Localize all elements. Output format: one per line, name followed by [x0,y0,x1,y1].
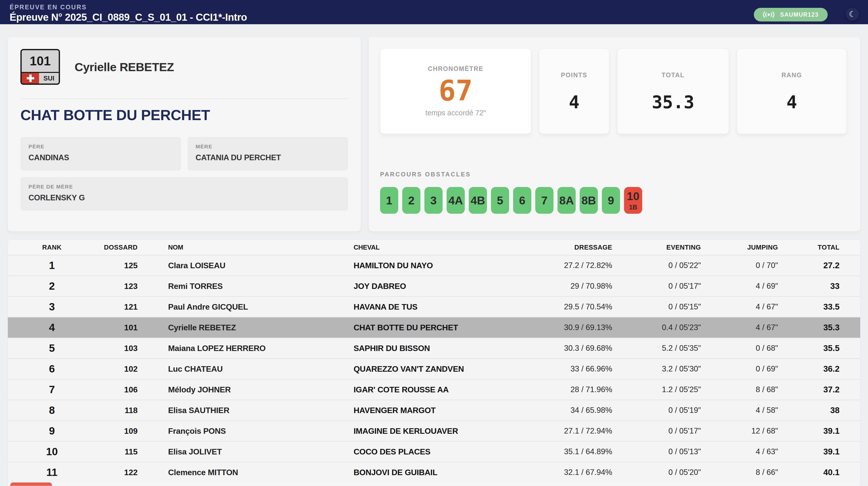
cell-dressage: 32.1 / 67.94% [522,468,612,477]
cell-dressage: 29 / 70.98% [522,282,612,291]
chronometer-card: CHRONOMÈTRE 67 temps accordé 72" [380,48,531,134]
cell-dressage: 29.5 / 70.54% [522,302,612,311]
divider [21,98,348,99]
obstacle-number: 3 [430,195,436,206]
cell-total: 27.2 [778,261,839,270]
cell-nom: Cyrielle REBETEZ [137,323,353,332]
cell-rank: 1 [8,259,96,271]
obstacle-chip-2[interactable]: 2 [402,187,421,214]
cell-jumping: 4 / 69" [701,282,778,291]
cell-cheval: COCO DES PLACES [353,447,522,456]
top-header-bar: ÉPREUVE EN COURS Épreuve N° 2025_CI_0889… [0,0,868,24]
cell-nom: Paul Andre GICQUEL [137,302,353,312]
sire-value: CANDINAS [29,153,173,162]
live-badge-label: SAUMUR123 [780,11,818,18]
cell-dossard: 121 [96,302,137,312]
time-allowed-label: temps accordé 72" [426,109,486,117]
bib-number-plate: 101 SUI [21,49,60,85]
cell-rank: 6 [8,363,96,375]
cell-nom: Clemence MITTON [137,468,353,477]
live-session-badge[interactable]: SAUMUR123 [754,8,828,22]
live-scoring-card: CHRONOMÈTRE 67 temps accordé 72" POINTS … [369,36,861,231]
cell-eventing: 3.2 / 05'30" [612,364,701,373]
col-header-dossard: DOSSARD [96,244,137,251]
cell-jumping: 4 / 67" [701,323,778,332]
table-row[interactable]: 6 102 Luc CHATEAU QUAREZZO VAN'T ZANDVEN… [8,358,860,379]
table-row[interactable]: 1 125 Clara LOISEAU HAMILTON DU NAYO 27.… [8,255,860,276]
cell-eventing: 5.2 / 05'35" [612,344,701,353]
cell-rank: 4 [8,321,96,334]
cell-total: 40.1 [778,467,839,477]
chronometer-label: CHRONOMÈTRE [428,65,484,73]
cell-jumping: 4 / 63" [701,447,778,456]
obstacle-chip-1[interactable]: 1 [380,187,398,214]
table-row[interactable]: 2 123 Remi TORRES JOY DABREO 29 / 70.98%… [8,276,860,296]
cell-dressage: 30.9 / 69.13% [522,323,612,332]
table-body: 1 125 Clara LOISEAU HAMILTON DU NAYO 27.… [8,255,860,483]
cell-cheval: HAMILTON DU NAYO [353,261,522,270]
table-row[interactable]: 8 118 Elisa SAUTHIER HAVENGER MARGOT 34 … [8,400,860,420]
obstacles-row: 1234A4B5678A8B9101B [380,187,849,214]
cell-jumping: 0 / 68" [701,344,778,353]
cell-jumping: 8 / 66" [701,468,778,477]
obstacle-chip-4a[interactable]: 4A [446,187,465,214]
damsire-label: PÈRE DE MÈRE [29,184,340,190]
nation-code: SUI [39,73,59,84]
sire-box: PÈRE CANDINAS [21,137,181,171]
swiss-flag-icon [22,73,39,84]
cell-dressage: 27.1 / 72.94% [522,426,612,435]
obstacle-chip-5[interactable]: 5 [491,187,509,214]
cell-total: 37.2 [778,385,839,394]
dam-label: MÈRE [195,144,340,150]
table-row[interactable]: 7 106 Mélody JOHNER IGAR' COTE ROUSSE AA… [8,379,860,400]
table-row[interactable]: 3 121 Paul Andre GICQUEL HAVANA DE TUS 2… [8,296,860,317]
cell-eventing: 0 / 05'19" [612,406,701,415]
obstacle-number: 9 [608,195,614,206]
cell-eventing: 0.4 / 05'23" [612,323,701,332]
table-row[interactable]: 9 109 François PONS IMAGINE DE KERLOUAVE… [8,420,860,441]
cell-eventing: 0 / 05'17" [612,282,701,291]
cell-dossard: 122 [96,468,137,477]
cell-nom: Clara LOISEAU [137,261,353,270]
obstacle-number: 4B [470,195,485,206]
cell-total: 36.2 [778,364,839,374]
table-row[interactable]: 11 122 Clemence MITTON BONJOVI DE GUIBAI… [8,462,860,483]
cell-cheval: BONJOVI DE GUIBAIL [353,468,522,477]
cell-nom: Elisa JOLIVET [137,447,353,456]
cell-nom: Elisa SAUTHIER [137,406,353,415]
cell-nom: Maiana LOPEZ HERRERO [137,344,353,353]
obstacle-number: 1 [386,195,392,206]
table-row[interactable]: 10 115 Elisa JOLIVET COCO DES PLACES 35.… [8,441,860,462]
obstacle-chip-4b[interactable]: 4B [469,187,487,214]
obstacle-number: 4A [448,195,463,206]
dark-mode-toggle[interactable]: ☾ [846,7,859,21]
obstacle-chip-3[interactable]: 3 [425,187,442,214]
cell-dressage: 34 / 65.98% [522,406,612,415]
damsire-value: CORLENSKY G [29,193,340,202]
obstacle-chip-8a[interactable]: 8A [558,187,576,214]
obstacle-chip-7[interactable]: 7 [535,187,554,214]
table-row[interactable]: 4 101 Cyrielle REBETEZ CHAT BOTTE DU PER… [8,317,860,338]
obstacle-chip-10[interactable]: 101B [624,187,642,214]
cell-total: 38 [778,405,839,415]
cell-dressage: 30.3 / 69.68% [522,344,612,353]
obstacle-chip-8b[interactable]: 8B [580,187,598,214]
cell-eventing: 1.2 / 05'25" [612,385,701,394]
horse-name: CHAT BOTTE DU PERCHET [21,107,348,123]
cell-jumping: 0 / 70" [701,261,778,270]
cell-dossard: 123 [96,282,137,291]
cell-jumping: 8 / 68" [701,385,778,394]
obstacle-chip-9[interactable]: 9 [602,187,620,214]
cell-rank: 10 [8,446,96,458]
cell-cheval: CHAT BOTTE DU PERCHET [353,323,522,332]
cell-total: 35.3 [778,323,839,332]
rank-label: RANG [781,72,802,79]
total-label: TOTAL [661,72,684,79]
cell-rank: 7 [8,383,96,396]
table-row[interactable]: 5 103 Maiana LOPEZ HERRERO SAPHIR DU BIS… [8,338,860,358]
obstacle-number: 7 [541,195,548,206]
cell-cheval: HAVANA DE TUS [353,302,522,312]
cell-nom: Remi TORRES [137,282,353,291]
obstacle-chip-6[interactable]: 6 [513,187,531,214]
cell-cheval: SAPHIR DU BISSON [353,344,522,353]
